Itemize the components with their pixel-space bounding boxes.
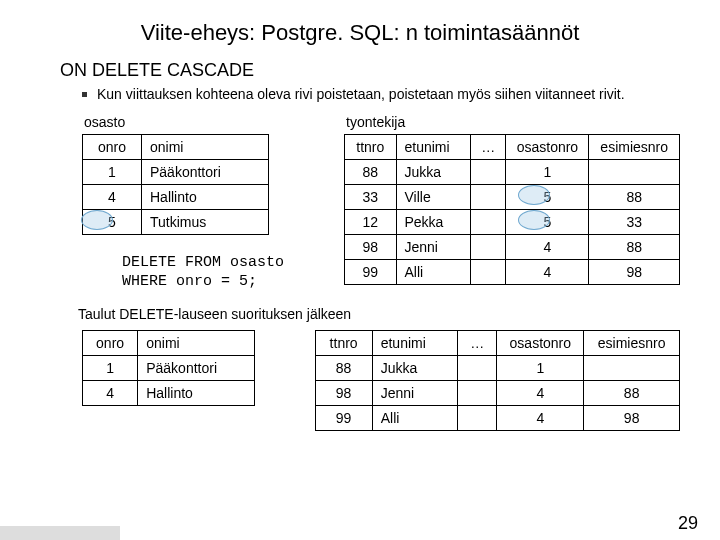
osasto-before-block: osasto onro onimi 1 Pääkonttori 4 Hallin… bbox=[82, 114, 284, 292]
after-label: Taulut DELETE-lauseen suorituksen jälkee… bbox=[78, 306, 680, 322]
osasto-after-block: onro onimi 1 Pääkonttori 4 Hallinto bbox=[82, 330, 255, 406]
table-row: 12 Pekka 5 33 bbox=[345, 209, 680, 234]
table-row: 88 Jukka 1 bbox=[345, 159, 680, 184]
table-row: 4 Hallinto bbox=[83, 380, 255, 405]
table-row: 88 Jukka 1 bbox=[315, 355, 679, 380]
col-onro: onro bbox=[83, 134, 142, 159]
bullet-text: Kun viittauksen kohteena oleva rivi pois… bbox=[97, 85, 625, 104]
tyontekija-after-table: ttnro etunimi … osastonro esimiesnro 88 … bbox=[315, 330, 680, 431]
slide-subtitle: ON DELETE CASCADE bbox=[60, 60, 680, 81]
osasto-before-table: onro onimi 1 Pääkonttori 4 Hallinto 5 T bbox=[82, 134, 269, 235]
bullet-item: Kun viittauksen kohteena oleva rivi pois… bbox=[82, 85, 680, 104]
sql-statement: DELETE FROM osasto WHERE onro = 5; bbox=[122, 253, 284, 292]
tyontekija-before-block: tyontekija ttnro etunimi … osastonro esi… bbox=[344, 114, 680, 285]
footer-bar bbox=[0, 526, 120, 540]
table-row: 98 Jenni 4 88 bbox=[345, 234, 680, 259]
col-onimi: onimi bbox=[142, 134, 269, 159]
osasto-label: osasto bbox=[84, 114, 284, 130]
table-row: 5 Tutkimus bbox=[83, 209, 269, 234]
table-row: 33 Ville 5 88 bbox=[345, 184, 680, 209]
bullet-icon bbox=[82, 92, 87, 97]
table-row: 1 Pääkonttori bbox=[83, 159, 269, 184]
slide-title: Viite-eheys: Postgre. SQL: n toimintasää… bbox=[40, 20, 680, 46]
osasto-after-table: onro onimi 1 Pääkonttori 4 Hallinto bbox=[82, 330, 255, 406]
table-row: 99 Alli 4 98 bbox=[315, 405, 679, 430]
table-row: 4 Hallinto bbox=[83, 184, 269, 209]
tyontekija-after-block: ttnro etunimi … osastonro esimiesnro 88 … bbox=[315, 330, 680, 431]
table-row: 1 Pääkonttori bbox=[83, 355, 255, 380]
tyontekija-before-table: ttnro etunimi … osastonro esimiesnro 88 … bbox=[344, 134, 680, 285]
table-row: 98 Jenni 4 88 bbox=[315, 380, 679, 405]
page-number: 29 bbox=[678, 513, 698, 534]
table-row: 99 Alli 4 98 bbox=[345, 259, 680, 284]
tyontekija-label: tyontekija bbox=[346, 114, 680, 130]
